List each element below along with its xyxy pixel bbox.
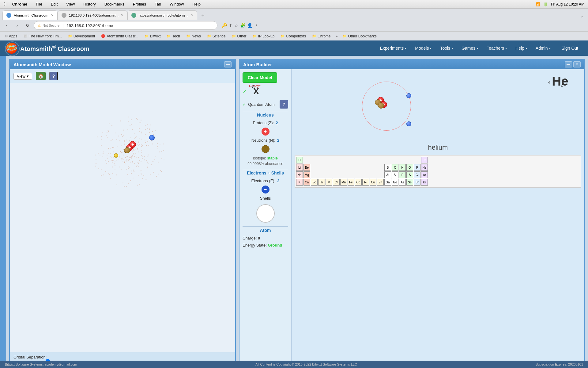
element-F[interactable]: F bbox=[414, 164, 420, 171]
profile-icon[interactable]: 👤 bbox=[247, 23, 252, 28]
element-Ni[interactable]: Ni bbox=[362, 179, 369, 186]
menu-file[interactable]: File bbox=[34, 1, 44, 7]
element-Si[interactable]: Si bbox=[392, 171, 398, 178]
element-As[interactable]: As bbox=[399, 179, 406, 186]
bookmark-atomsmith[interactable]: 🔴 Atomsmith Classr... bbox=[99, 33, 141, 39]
element-Br[interactable]: Br bbox=[414, 179, 420, 186]
view-button[interactable]: View ▾ bbox=[13, 73, 32, 80]
element-N[interactable]: N bbox=[399, 164, 406, 171]
tab-dropdown[interactable]: ⌄ bbox=[578, 13, 586, 18]
bookmark-apps[interactable]: ⊞ Apps bbox=[2, 33, 20, 39]
model-window-minimize[interactable]: — bbox=[224, 61, 232, 67]
element-Co[interactable]: Co bbox=[355, 179, 362, 186]
element-He[interactable]: He bbox=[421, 157, 428, 163]
nav-tools[interactable]: Tools ▾ bbox=[436, 44, 457, 52]
tab-rocks[interactable]: https://atomsmith.rocks/atoms... × bbox=[127, 10, 198, 20]
bookmark-other[interactable]: 📁 Other bbox=[229, 33, 249, 39]
nav-games[interactable]: Games ▾ bbox=[458, 44, 482, 52]
menu-profiles[interactable]: Profiles bbox=[131, 1, 148, 7]
star-icon[interactable]: ☆ bbox=[234, 23, 238, 28]
apple-logo[interactable]:  bbox=[4, 2, 6, 7]
menu-view[interactable]: View bbox=[64, 1, 77, 7]
tab-atomsmith[interactable]: Atomsmith Classroom × bbox=[2, 10, 58, 20]
tab-close-atomsmith[interactable]: × bbox=[51, 13, 54, 18]
menu-bookmarks[interactable]: Bookmarks bbox=[103, 1, 126, 7]
new-tab-button[interactable]: + bbox=[198, 11, 207, 20]
tab-close-local[interactable]: × bbox=[121, 13, 123, 18]
add-proton-button[interactable]: + bbox=[262, 128, 270, 136]
address-input[interactable]: ⚠ Not Secure | 192.168.0.192:8081/home bbox=[34, 21, 217, 30]
periodic-table[interactable]: H bbox=[295, 155, 581, 188]
nav-experiments[interactable]: Experiments ▾ bbox=[376, 44, 410, 52]
element-Sc[interactable]: Sc bbox=[311, 179, 318, 186]
add-neutron-button[interactable] bbox=[262, 145, 270, 153]
bookmark-other-bookmarks[interactable]: 📁 Other Bookmarks bbox=[340, 33, 379, 39]
element-B[interactable]: B bbox=[384, 164, 391, 171]
bookmark-chrome[interactable]: 📁 Chrome bbox=[310, 33, 333, 39]
element-O[interactable]: O bbox=[406, 164, 413, 171]
element-Ca[interactable]: Ca bbox=[303, 179, 310, 186]
element-Na[interactable]: Na bbox=[296, 171, 303, 178]
element-Ar[interactable]: Ar bbox=[421, 171, 428, 178]
nav-models[interactable]: Models ▾ bbox=[411, 44, 435, 52]
address-text[interactable]: 192.168.0.192:8081/home bbox=[66, 23, 113, 28]
element-Mn[interactable]: Mn bbox=[340, 179, 347, 186]
tab-local[interactable]: 192.168.0.192:4005/atomsmit... × bbox=[58, 10, 127, 20]
help-button[interactable]: ? bbox=[49, 72, 58, 80]
clear-model-button[interactable]: Clear Model bbox=[243, 72, 277, 83]
remove-electron-button[interactable]: − bbox=[262, 186, 270, 194]
element-V[interactable]: V bbox=[326, 179, 332, 186]
bookmark-nyt[interactable]: 📰 The New York Tim... bbox=[21, 33, 64, 39]
bookmark-bitwixt[interactable]: 📁 Bitwixt bbox=[142, 33, 163, 39]
element-Be[interactable]: Be bbox=[303, 164, 310, 171]
element-Zn[interactable]: Zn bbox=[377, 179, 384, 186]
atom-builder-minimize[interactable]: — bbox=[565, 61, 572, 67]
bookmark-tech[interactable]: 📁 Tech bbox=[164, 33, 182, 39]
key-icon[interactable]: 🔑 bbox=[222, 23, 227, 28]
element-S[interactable]: S bbox=[406, 171, 413, 178]
bookmark-competitors[interactable]: 📁 Competitors bbox=[278, 33, 308, 39]
builder-help-button[interactable]: ? bbox=[280, 100, 288, 109]
bookmarks-more[interactable]: » bbox=[336, 34, 338, 38]
reload-button[interactable]: ↻ bbox=[23, 21, 32, 30]
bookmark-news[interactable]: 📁 News bbox=[184, 33, 203, 39]
bookmark-iplookup[interactable]: 📁 IP Lookup bbox=[250, 33, 277, 39]
element-Cl[interactable]: Cl bbox=[414, 171, 420, 178]
forward-button[interactable]: › bbox=[13, 21, 21, 30]
element-Kr[interactable]: Kr bbox=[421, 179, 428, 186]
app-menu-chrome[interactable]: Chrome bbox=[10, 1, 29, 7]
menu-help[interactable]: Help bbox=[190, 1, 202, 7]
element-H[interactable]: H bbox=[296, 157, 303, 163]
menu-window[interactable]: Window bbox=[168, 1, 186, 7]
element-Ti[interactable]: Ti bbox=[318, 179, 325, 186]
element-Ge[interactable]: Ge bbox=[392, 179, 398, 186]
sign-out-link[interactable]: Sign Out bbox=[558, 44, 582, 52]
menu-edit[interactable]: Edit bbox=[49, 1, 59, 7]
bookmark-science[interactable]: 📁 Science bbox=[205, 33, 228, 39]
element-Cu[interactable]: Cu bbox=[370, 179, 376, 186]
element-Mg[interactable]: Mg bbox=[303, 171, 310, 178]
home-button[interactable]: 🏠 bbox=[36, 72, 46, 80]
element-P[interactable]: P bbox=[399, 171, 406, 178]
tab-close-rocks[interactable]: × bbox=[191, 13, 193, 18]
element-Fe[interactable]: Fe bbox=[348, 179, 354, 186]
nav-help[interactable]: Help ▾ bbox=[512, 44, 531, 52]
element-Ga[interactable]: Ga bbox=[384, 179, 391, 186]
menu-tab[interactable]: Tab bbox=[153, 1, 163, 7]
atom-builder-close[interactable]: × bbox=[573, 61, 581, 67]
share-icon[interactable]: ⬆ bbox=[229, 23, 232, 28]
bookmark-development[interactable]: 📁 Development bbox=[66, 33, 98, 39]
nav-admin[interactable]: Admin ▾ bbox=[532, 44, 554, 52]
element-Cr[interactable]: Cr bbox=[333, 179, 340, 186]
element-C[interactable]: C bbox=[392, 164, 398, 171]
menu-history[interactable]: History bbox=[81, 1, 97, 7]
back-button[interactable]: ‹ bbox=[2, 21, 11, 30]
nav-teachers[interactable]: Teachers ▾ bbox=[483, 44, 511, 52]
extension-icon[interactable]: 🧩 bbox=[240, 23, 245, 28]
element-Se[interactable]: Se bbox=[406, 179, 413, 186]
element-Ne[interactable]: Ne bbox=[421, 164, 428, 171]
element-Li[interactable]: Li bbox=[296, 164, 303, 171]
settings-icon[interactable]: ⋮ bbox=[254, 23, 258, 28]
element-K[interactable]: K bbox=[296, 179, 303, 186]
element-Al[interactable]: Al bbox=[384, 171, 391, 178]
